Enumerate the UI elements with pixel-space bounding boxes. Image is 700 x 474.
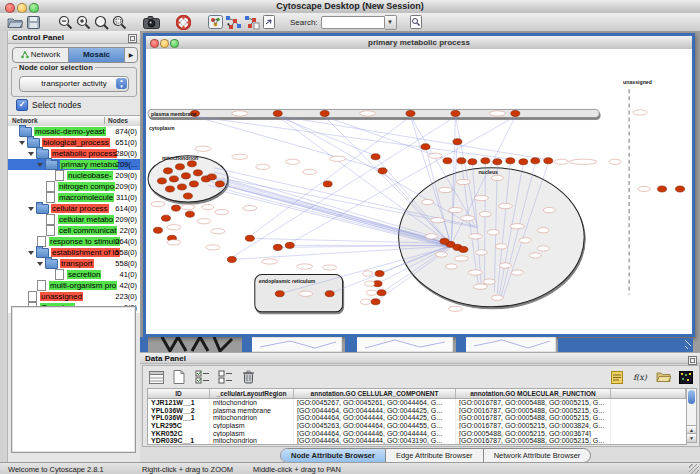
tree-row[interactable]: macromolecule311(0) [8,192,140,203]
create-attribute-icon[interactable] [170,370,188,385]
collapse-icon[interactable] [37,262,43,266]
collapse-icon[interactable] [19,141,25,145]
search-dropdown-icon[interactable]: ▼ [385,15,397,30]
tree-row[interactable]: transport558(0) [8,258,140,269]
status-bar: Welcome to Cytoscape 2.8.1 Right-click +… [0,462,700,474]
select-nodes-label: Select nodes [32,100,81,110]
tree-row[interactable]: multi-organism pro42(0) [8,280,140,291]
region-shapes [148,89,629,312]
window-resize-grip[interactable] [689,464,699,474]
zoom-out-icon[interactable] [56,14,74,30]
import-attributes-icon[interactable] [654,370,672,385]
mitochondrion-label: mitochondrion [162,155,198,161]
formula-builder-icon[interactable]: f(x) [631,370,649,385]
table-row[interactable]: YJR121W__1mitochondrion[GO:0045267, GO:0… [148,399,686,407]
node-color-dropdown[interactable]: transporter activity ▲▼ [19,76,129,92]
tree-row[interactable]: unassigned223(0) [8,291,140,302]
attribute-table-header[interactable]: ID _cellularLayoutRegion annotation.GO C… [148,389,686,399]
network-leaf-icon [55,269,64,280]
collapse-icon[interactable] [37,163,43,167]
tree-col-network: Network [12,117,74,124]
tree-row[interactable]: response to stimulu264(0) [8,236,140,247]
attribute-toolbar: f(x) [147,368,695,386]
float-panel-icon[interactable] [688,356,697,365]
tree-row-selected[interactable]: primary metabo209(... [8,159,140,170]
group-legend: Node color selection [17,63,95,72]
attribute-batch-select-icon[interactable] [193,370,211,385]
help-icon[interactable] [174,14,192,30]
table-row[interactable]: YDR039C__1mitochondrion[GO:0044464, GO:0… [148,437,686,445]
select-nodes-checkbox[interactable]: ✓ [16,99,28,111]
network-leaf-icon [46,192,55,203]
attribute-table[interactable]: ID _cellularLayoutRegion annotation.GO C… [147,388,687,445]
dropdown-stepper-icon[interactable]: ▲▼ [116,78,127,89]
table-row[interactable]: YPL036W__1mitochondrion[GO:0044464, GO:0… [148,414,686,422]
plugin-manager-icon[interactable] [260,14,278,30]
network-leaf-icon [46,214,55,225]
data-panel: Data Panel f(x) [140,352,700,462]
network-leaf-icon [46,225,55,236]
attribute-batch-unselect-icon[interactable] [216,370,234,385]
first-neighbors-icon[interactable] [224,14,242,30]
scrollbar-thumb[interactable] [688,390,695,404]
network-tree: mosaic-demo-yeast874(0) biological_proce… [8,126,140,313]
export-snapshot-icon[interactable] [142,14,160,30]
heatmap-icon[interactable] [677,370,695,385]
save-session-icon[interactable] [24,14,42,30]
unassigned-label: unassigned [623,79,652,85]
tree-row[interactable]: nucleobase-209(0) [8,170,140,181]
float-panel-icon[interactable] [128,34,137,43]
data-panel-header: Data Panel [140,352,700,364]
table-row[interactable]: YKR052Ccytoplasm[GO:0044464, GO:0044446,… [148,429,686,437]
tab-network-label: Network [31,48,60,62]
zoom-fit-icon[interactable] [92,14,110,30]
data-panel-title: Data Panel [145,354,186,363]
delete-attribute-icon[interactable] [239,370,257,385]
enhanced-search-icon[interactable] [407,14,425,30]
tree-row[interactable]: cellular metabo209(0) [8,214,140,225]
select-attributes-icon[interactable] [147,370,165,385]
notes-icon[interactable] [608,370,626,385]
collapse-icon[interactable] [28,251,34,255]
tab-node-attribute-browser[interactable]: Node Attribute Browser [281,449,386,462]
zoom-selected-region-icon[interactable] [110,14,128,30]
network-modification-icon[interactable] [242,14,260,30]
birds-eye-view[interactable] [11,306,136,453]
tree-row[interactable]: cellular process614(0) [8,203,140,214]
open-file-icon[interactable] [6,14,24,30]
window-titlebar: Cytoscape Desktop (New Session) [0,0,700,14]
tab-overflow-icon[interactable]: ▶ [125,48,137,62]
tab-network[interactable]: Network [13,48,69,62]
tree-row[interactable]: establishment of lo558(0) [8,247,140,258]
control-panel-header: Control Panel [8,31,140,44]
network-view-window[interactable]: primary metabolic process plasma m [143,33,695,337]
folder-icon [45,160,58,170]
zoom-in-icon[interactable] [74,14,92,30]
tree-row[interactable]: nitrogen compo209(0) [8,181,140,192]
tab-mosaic[interactable]: Mosaic [69,48,125,62]
tab-edge-attribute-browser[interactable]: Edge Attribute Browser [386,449,484,462]
endoplasmic-reticulum-label: endoplasmic reticulum [259,278,316,284]
vizmapper-icon[interactable] [206,14,224,30]
background-network-windows[interactable] [140,337,700,352]
scroll-down-icon[interactable]: ▼ [687,433,696,442]
panel-divider-grip[interactable] [0,31,8,462]
main-toolbar: Search: ▼ [0,13,700,32]
table-row[interactable]: YLR295Ccytoplasm[GO:0045263, GO:0044464,… [148,422,686,430]
cytoplasm-label: cytoplasm [149,125,175,131]
status-pan-hint: Middle-click + drag to PAN [253,465,341,474]
table-scrollbar[interactable]: ▲ ▼ [686,388,697,443]
collapse-icon[interactable] [28,207,34,211]
search-input[interactable] [321,16,385,29]
tree-row[interactable]: secretion41(0) [8,269,140,280]
node-color-dropdown-value: transporter activity [41,79,106,88]
table-row[interactable]: YPL036W__2plasma membrane[GO:0044464, GO… [148,407,686,415]
tree-row[interactable]: biological_process651(0) [8,137,140,148]
collapse-icon[interactable] [28,152,34,156]
network-canvas[interactable]: plasma membrane cytoplasm mitochondrion … [146,49,692,334]
tree-row[interactable]: cell communicat22(0) [8,225,140,236]
select-nodes-row: ✓ Select nodes [16,99,81,111]
network-window-titlebar[interactable]: primary metabolic process [146,36,692,50]
tree-row[interactable]: metabolic process280(0) [8,148,140,159]
tab-network-attribute-browser[interactable]: Network Attribute Browser [484,449,591,462]
